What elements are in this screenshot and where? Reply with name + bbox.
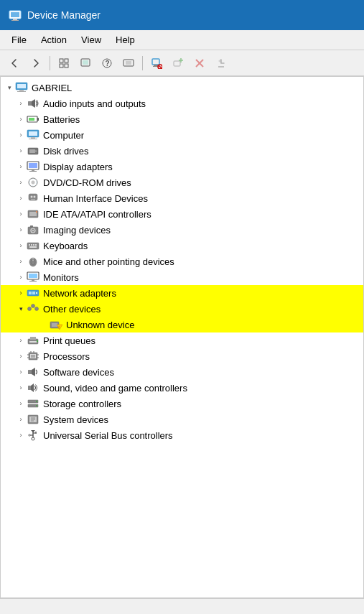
system-icon <box>27 413 39 426</box>
svg-rect-112 <box>35 432 37 434</box>
expand-arrow-other[interactable]: ▾ <box>15 301 27 317</box>
tree-item-computer[interactable]: › Computer <box>1 127 363 143</box>
expand-arrow-computer[interactable]: › <box>15 127 27 143</box>
tree-item-sound[interactable]: › Sound, video and game controllers <box>1 380 363 396</box>
tree-item-monitors[interactable]: › Monitors <box>1 269 363 285</box>
svg-rect-84 <box>30 337 36 340</box>
svg-rect-69 <box>29 274 37 278</box>
tree-item-hid[interactable]: › Human Interface Devices <box>1 190 363 206</box>
audio-icon <box>27 97 39 110</box>
tree-item-ide[interactable]: › IDE ATA/ATAPI controllers <box>1 206 363 222</box>
svg-rect-64 <box>29 246 37 248</box>
window-title: Device Manager <box>27 9 101 21</box>
svg-point-57 <box>32 230 34 231</box>
svg-rect-42 <box>32 169 34 171</box>
svg-point-114 <box>29 434 30 436</box>
expand-arrow-keyboards[interactable]: › <box>15 238 27 253</box>
disable-button[interactable] <box>190 54 210 73</box>
svg-point-78 <box>35 307 39 311</box>
tree-root[interactable]: ▾ GABRIEL <box>1 80 363 96</box>
update-driver-button[interactable] <box>75 54 95 73</box>
expand-arrow-mice[interactable]: › <box>15 253 27 269</box>
properties-button[interactable] <box>54 54 74 73</box>
other-icon <box>27 302 39 315</box>
menu-file[interactable]: File <box>6 33 32 47</box>
add-hardware-button[interactable] <box>168 54 188 73</box>
expand-arrow-print[interactable]: › <box>15 332 27 348</box>
hid-icon <box>27 192 39 205</box>
svg-rect-73 <box>29 292 32 294</box>
help-button[interactable]: ? <box>97 54 117 73</box>
uninstall-button[interactable] <box>118 54 139 73</box>
expand-arrow-monitors[interactable]: › <box>15 269 27 285</box>
tree-item-dvd[interactable]: › DVD/CD-ROM drives <box>1 175 363 190</box>
expand-arrow-system[interactable]: › <box>15 411 27 427</box>
svg-rect-32 <box>29 118 34 121</box>
toolbar-sep-1 <box>50 56 50 70</box>
tree-item-mice[interactable]: › Mice and other pointing devices <box>1 253 363 269</box>
tree-item-other[interactable]: ▾ Other devices <box>1 301 363 317</box>
svg-rect-61 <box>31 244 32 246</box>
system-label: System devices <box>43 414 108 425</box>
expand-arrow-software[interactable]: › <box>15 364 27 380</box>
expand-arrow-hid[interactable]: › <box>15 190 27 206</box>
tree-item-disk[interactable]: › Disk drives <box>1 143 363 159</box>
tree-item-batteries[interactable]: › Batteries <box>1 111 363 127</box>
toolbar-sep-2 <box>142 56 143 70</box>
expand-arrow-network[interactable]: › <box>15 285 27 301</box>
disk-icon <box>27 144 39 157</box>
usb-icon <box>27 429 39 442</box>
tree-item-storage[interactable]: › Storage controllers <box>1 396 363 411</box>
ide-label: IDE ATA/ATAPI controllers <box>43 209 151 220</box>
svg-rect-51 <box>31 199 35 200</box>
expand-arrow-disk[interactable]: › <box>15 143 27 159</box>
tree-item-print[interactable]: › Print queues <box>1 332 363 348</box>
expand-arrow-imaging[interactable]: › <box>15 222 27 238</box>
scan-button[interactable] <box>146 54 167 73</box>
mice-label: Mice and other pointing devices <box>43 256 174 267</box>
menu-help[interactable]: Help <box>110 33 141 47</box>
tree-item-system[interactable]: › System devices <box>1 411 363 427</box>
unknown-label: Unknown device <box>66 320 134 330</box>
svg-rect-74 <box>32 292 35 294</box>
tree-item-keyboards[interactable]: › Keyboards <box>1 238 363 253</box>
tree-item-unknown[interactable]: ! Unknown device <box>1 317 363 332</box>
rollback-button[interactable] <box>211 54 231 73</box>
expand-arrow-processors[interactable]: › <box>15 348 27 364</box>
tree-item-processors[interactable]: › Processors <box>1 348 363 364</box>
svg-rect-5 <box>65 59 68 62</box>
tree-item-software[interactable]: › Software devices <box>1 364 363 380</box>
tree-item-network[interactable]: › Network adapters <box>1 285 363 301</box>
svg-point-76 <box>28 307 32 311</box>
imaging-label: Imaging devices <box>43 225 111 236</box>
svg-point-46 <box>32 182 34 183</box>
expand-arrow-batteries[interactable]: › <box>15 111 27 127</box>
svg-rect-62 <box>33 244 34 246</box>
forward-button[interactable] <box>26 54 46 73</box>
expand-arrow-ide[interactable]: › <box>15 206 27 222</box>
expand-arrow-display[interactable]: › <box>15 159 27 175</box>
expand-arrow-sound[interactable]: › <box>15 380 27 396</box>
menu-view[interactable]: View <box>75 33 107 47</box>
svg-rect-19 <box>174 61 180 66</box>
expand-arrow-usb[interactable]: › <box>15 427 27 443</box>
svg-rect-15 <box>154 65 158 66</box>
tree-item-display[interactable]: › Display adapters <box>1 159 363 175</box>
root-label: GABRIEL <box>32 83 72 93</box>
svg-rect-36 <box>29 139 37 139</box>
dvd-icon <box>27 176 39 189</box>
menu-action[interactable]: Action <box>35 33 73 47</box>
svg-marker-99 <box>31 383 34 392</box>
tree-item-usb[interactable]: › Universal Serial Bus controllers <box>1 427 363 443</box>
tree-item-imaging[interactable]: › Imaging devices <box>1 222 363 238</box>
svg-rect-9 <box>83 60 88 65</box>
expand-arrow-audio[interactable]: › <box>15 96 27 111</box>
back-button[interactable] <box>4 54 24 73</box>
dvd-label: DVD/CD-ROM drives <box>43 177 131 188</box>
expand-arrow-dvd[interactable]: › <box>15 175 27 190</box>
tree-item-audio[interactable]: › Audio inputs and outputs <box>1 96 363 111</box>
expand-arrow-root[interactable]: ▾ <box>4 80 15 96</box>
network-label: Network adapters <box>43 288 116 299</box>
batteries-label: Batteries <box>43 114 80 125</box>
expand-arrow-storage[interactable]: › <box>15 396 27 411</box>
